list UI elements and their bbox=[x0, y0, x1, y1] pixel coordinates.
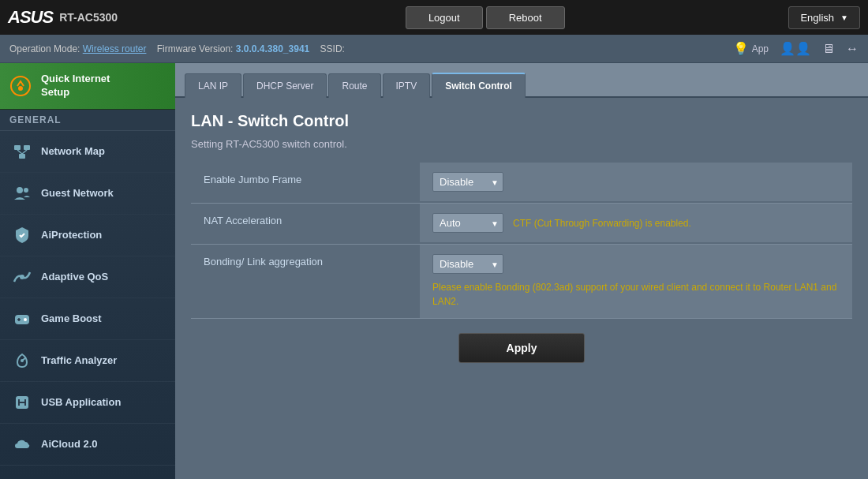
info-bar-right: 💡 App 👤👤 🖥 ↔ bbox=[733, 41, 859, 56]
adaptive-qos-icon bbox=[11, 266, 33, 288]
sidebar-item-network-map[interactable]: Network Map bbox=[0, 131, 175, 173]
firmware-label: Firmware Version: bbox=[157, 43, 234, 54]
quick-setup-icon bbox=[8, 73, 33, 99]
model-name: RT-AC5300 bbox=[59, 11, 118, 24]
traffic-analyzer-icon bbox=[11, 350, 33, 372]
svg-line-5 bbox=[17, 150, 22, 154]
tab-bar: LAN IP DHCP Server Route IPTV Switch Con… bbox=[175, 63, 868, 98]
jumbo-frame-label: Enable Jumbo Frame bbox=[191, 163, 420, 196]
svg-point-12 bbox=[24, 318, 27, 321]
sidebar-label-aicloud: AiCloud 2.0 bbox=[41, 438, 164, 450]
logout-button[interactable]: Logout bbox=[406, 6, 483, 29]
nat-acceleration-control-row: Auto Disable Enable CTF (Cut Through For… bbox=[432, 213, 691, 233]
sidebar-label-aiprotection: AiProtection bbox=[41, 229, 164, 241]
tab-iptv[interactable]: IPTV bbox=[383, 73, 431, 98]
svg-point-1 bbox=[18, 86, 23, 91]
monitor-icon[interactable]: 🖥 bbox=[822, 42, 835, 56]
info-bar-left: Operation Mode: Wireless router Firmware… bbox=[9, 43, 345, 54]
ssid-label: SSID: bbox=[320, 43, 345, 54]
operation-mode-label: Operation Mode: bbox=[9, 43, 80, 54]
bonding-control-row: Disable Enable bbox=[432, 254, 503, 274]
aicloud-icon bbox=[11, 433, 33, 455]
settings-table: Enable Jumbo Frame Disable Enable bbox=[191, 163, 852, 319]
language-label: English bbox=[800, 12, 834, 24]
jumbo-frame-value: Disable Enable bbox=[420, 163, 852, 201]
sidebar-label-traffic-analyzer: Traffic Analyzer bbox=[41, 354, 164, 366]
main-layout: Quick Internet Setup General Network Map bbox=[0, 63, 868, 479]
tab-switch-control[interactable]: Switch Control bbox=[432, 73, 526, 98]
nat-acceleration-select-wrapper: Auto Disable Enable bbox=[432, 213, 503, 233]
firmware-value: 3.0.0.4.380_3941 bbox=[236, 43, 309, 54]
tab-dhcp-server[interactable]: DHCP Server bbox=[243, 73, 327, 98]
guest-network-icon bbox=[11, 182, 33, 204]
svg-rect-4 bbox=[19, 154, 25, 159]
share-icon[interactable]: ↔ bbox=[846, 42, 859, 56]
top-buttons: Logout Reboot bbox=[181, 6, 788, 29]
sidebar-item-usb-application[interactable]: USB Application bbox=[0, 382, 175, 424]
app-icon-area[interactable]: 💡 App bbox=[733, 41, 769, 56]
sidebar-item-aiprotection[interactable]: AiProtection bbox=[0, 215, 175, 256]
sidebar-item-traffic-analyzer[interactable]: Traffic Analyzer bbox=[0, 340, 175, 382]
tab-lan-ip[interactable]: LAN IP bbox=[185, 73, 241, 98]
bonding-select-wrapper: Disable Enable bbox=[432, 254, 503, 274]
svg-rect-14 bbox=[17, 319, 21, 320]
nat-acceleration-value: Auto Disable Enable CTF (Cut Through For… bbox=[420, 204, 852, 242]
top-bar: ASUS RT-AC5300 Logout Reboot English ▼ bbox=[0, 0, 868, 35]
nat-acceleration-select[interactable]: Auto Disable Enable bbox=[432, 213, 503, 233]
sidebar-label-usb-application: USB Application bbox=[41, 396, 164, 408]
sidebar: Quick Internet Setup General Network Map bbox=[0, 63, 175, 479]
game-boost-icon bbox=[11, 308, 33, 330]
general-section-label: General bbox=[0, 110, 175, 131]
bonding-label: Bonding/ Link aggregation bbox=[191, 245, 420, 279]
svg-rect-10 bbox=[15, 315, 29, 324]
svg-rect-3 bbox=[24, 145, 30, 150]
tab-route[interactable]: Route bbox=[328, 73, 380, 98]
svg-point-16 bbox=[21, 359, 24, 362]
content-area: LAN IP DHCP Server Route IPTV Switch Con… bbox=[175, 63, 868, 479]
sidebar-label-game-boost: Game Boost bbox=[41, 312, 164, 324]
bonding-select[interactable]: Disable Enable bbox=[432, 254, 503, 274]
network-map-icon bbox=[11, 140, 33, 163]
language-selector[interactable]: English ▼ bbox=[788, 6, 860, 29]
page-title: LAN - Switch Control bbox=[191, 112, 852, 130]
operation-mode-value[interactable]: Wireless router bbox=[83, 43, 147, 54]
sidebar-label-guest-network: Guest Network bbox=[41, 187, 164, 199]
aiprotection-icon bbox=[11, 224, 33, 246]
sidebar-item-guest-network[interactable]: Guest Network bbox=[0, 173, 175, 215]
usb-application-icon bbox=[11, 391, 33, 414]
language-arrow-icon: ▼ bbox=[840, 13, 848, 22]
jumbo-frame-select-wrapper: Disable Enable bbox=[432, 172, 503, 192]
sidebar-label-network-map: Network Map bbox=[41, 145, 164, 157]
app-label: App bbox=[752, 43, 769, 54]
apply-button[interactable]: Apply bbox=[458, 333, 586, 363]
info-bar: Operation Mode: Wireless router Firmware… bbox=[0, 35, 868, 63]
nat-acceleration-row: NAT Acceleration Auto Disable Enable CTF… bbox=[191, 204, 852, 245]
asus-logo: ASUS bbox=[8, 7, 53, 28]
jumbo-frame-select[interactable]: Disable Enable bbox=[432, 172, 503, 192]
svg-point-8 bbox=[24, 188, 28, 193]
sidebar-item-adaptive-qos[interactable]: Adaptive QoS bbox=[0, 256, 175, 298]
bulb-icon: 💡 bbox=[733, 41, 749, 56]
svg-point-7 bbox=[17, 187, 23, 193]
bonding-value: Disable Enable Please enable Bonding (80… bbox=[420, 245, 852, 318]
quick-setup-item[interactable]: Quick Internet Setup bbox=[0, 63, 175, 110]
users-icon[interactable]: 👤👤 bbox=[780, 41, 811, 56]
reboot-button[interactable]: Reboot bbox=[486, 6, 565, 29]
apply-section: Apply bbox=[191, 319, 852, 377]
jumbo-frame-control-row: Disable Enable bbox=[432, 172, 503, 192]
logo-area: ASUS RT-AC5300 bbox=[8, 7, 181, 28]
quick-setup-label: Quick Internet Setup bbox=[41, 73, 110, 99]
bonding-row: Bonding/ Link aggregation Disable Enable… bbox=[191, 245, 852, 319]
svg-rect-2 bbox=[14, 145, 21, 150]
page-content: LAN - Switch Control Setting RT-AC5300 s… bbox=[175, 98, 868, 479]
sidebar-label-adaptive-qos: Adaptive QoS bbox=[41, 271, 164, 283]
jumbo-frame-row: Enable Jumbo Frame Disable Enable bbox=[191, 163, 852, 204]
sidebar-item-aicloud[interactable]: AiCloud 2.0 bbox=[0, 424, 175, 466]
svg-line-6 bbox=[22, 150, 27, 154]
nat-acceleration-info: CTF (Cut Through Forwarding) is enabled. bbox=[513, 216, 691, 230]
nat-acceleration-label: NAT Acceleration bbox=[191, 204, 420, 238]
page-description: Setting RT-AC5300 switch control. bbox=[191, 138, 852, 150]
bonding-info: Please enable Bonding (802.3ad) support … bbox=[432, 280, 840, 309]
sidebar-item-game-boost[interactable]: Game Boost bbox=[0, 298, 175, 340]
svg-point-9 bbox=[20, 275, 24, 279]
